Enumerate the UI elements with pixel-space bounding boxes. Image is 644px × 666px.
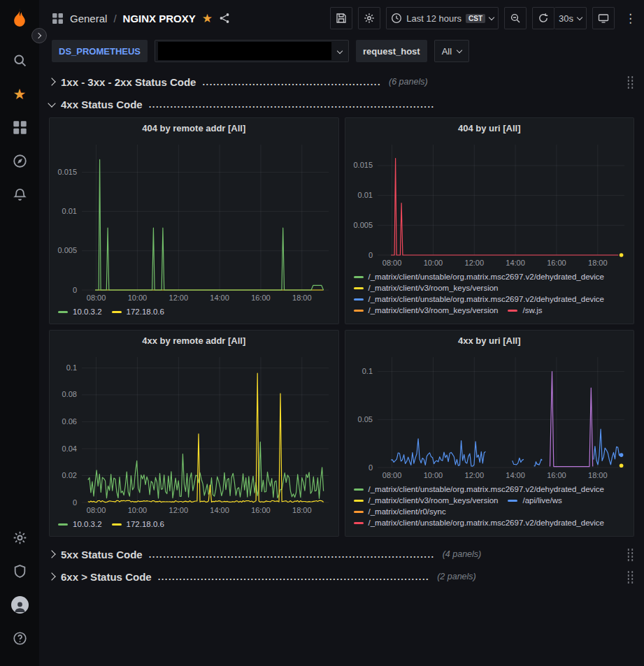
svg-text:0.02: 0.02 bbox=[62, 471, 77, 479]
time-series-chart[interactable]: 00.020.040.060.080.108:0010:0012:0014:00… bbox=[50, 350, 338, 519]
svg-text:16:00: 16:00 bbox=[251, 294, 271, 302]
svg-text:10:00: 10:00 bbox=[423, 259, 443, 267]
legend-swatch bbox=[354, 511, 364, 513]
time-series-chart[interactable]: 00.050.108:0010:0012:0014:0016:0018:00 bbox=[345, 350, 634, 484]
svg-text:0.01: 0.01 bbox=[357, 191, 372, 199]
legend-item[interactable]: 10.0.3.2 bbox=[58, 520, 102, 528]
breadcrumb-dashboard-title[interactable]: NGINX PROXY bbox=[123, 13, 196, 24]
legend-swatch bbox=[354, 276, 364, 278]
grafana-logo-icon[interactable] bbox=[8, 7, 31, 31]
legend-label: /_matrix/client/unstable/org.matrix.msc2… bbox=[368, 295, 605, 303]
breadcrumb-section[interactable]: General bbox=[70, 13, 107, 24]
svg-text:18:00: 18:00 bbox=[292, 506, 312, 514]
svg-text:16:00: 16:00 bbox=[251, 506, 271, 514]
svg-text:12:00: 12:00 bbox=[464, 259, 484, 267]
settings-gear-icon[interactable] bbox=[6, 523, 34, 551]
legend-item[interactable]: /api/live/ws bbox=[508, 496, 561, 505]
alerting-bell-icon[interactable] bbox=[6, 180, 34, 208]
svg-text:0.01: 0.01 bbox=[62, 207, 77, 215]
time-series-chart[interactable]: 00.0050.010.01508:0010:0012:0014:0016:00… bbox=[345, 138, 634, 271]
row-panel-count: (4 panels) bbox=[443, 549, 482, 559]
svg-text:0.06: 0.06 bbox=[62, 417, 77, 426]
row-1xx-3xx-2xx[interactable]: 1xx - 3xx - 2xx Status Code ............… bbox=[49, 71, 634, 92]
zoom-out-button[interactable] bbox=[504, 7, 527, 29]
user-avatar[interactable] bbox=[6, 591, 34, 618]
panel-title[interactable]: 404 by uri [All] bbox=[345, 118, 634, 138]
panel-404-by-uri: 404 by uri [All] 00.0050.010.01508:0010:… bbox=[345, 117, 635, 324]
tv-mode-button[interactable] bbox=[592, 7, 615, 29]
dashboards-icon[interactable] bbox=[6, 113, 34, 141]
panel-title[interactable]: 4xx by uri [All] bbox=[345, 331, 634, 350]
legend-item[interactable]: /_matrix/client/unstable/org.matrix.msc2… bbox=[354, 295, 605, 303]
dashboard-settings-button[interactable] bbox=[358, 7, 380, 29]
legend-item[interactable]: /sw.js bbox=[508, 306, 542, 314]
panel-title[interactable]: 4xx by remote addr [All] bbox=[50, 331, 338, 350]
legend-swatch bbox=[112, 311, 122, 313]
svg-text:0: 0 bbox=[73, 286, 77, 294]
security-shield-icon[interactable] bbox=[6, 557, 34, 585]
row-title: 1xx - 3xx - 2xx Status Code bbox=[61, 76, 196, 88]
svg-text:0.1: 0.1 bbox=[66, 363, 77, 372]
time-series-chart[interactable]: 00.0050.010.01508:0010:0012:0014:0016:00… bbox=[50, 138, 338, 306]
chevron-down-icon bbox=[48, 99, 55, 107]
svg-text:14:00: 14:00 bbox=[210, 294, 229, 302]
svg-text:0.005: 0.005 bbox=[353, 221, 373, 229]
apps-grid-icon[interactable] bbox=[52, 13, 64, 24]
save-dashboard-button[interactable] bbox=[330, 7, 352, 29]
row-drag-handle[interactable] bbox=[627, 570, 634, 584]
row-dots: ........................................… bbox=[149, 549, 435, 560]
legend-swatch bbox=[354, 488, 364, 491]
refresh-button[interactable] bbox=[532, 7, 554, 29]
datasource-variable-value[interactable] bbox=[155, 40, 349, 62]
explore-compass-icon[interactable] bbox=[6, 147, 34, 175]
row-title: 4xx Status Code bbox=[61, 99, 143, 110]
legend-label: /_matrix/client/v3/room_keys/version bbox=[368, 496, 499, 505]
more-options-icon[interactable]: ⋮ bbox=[620, 10, 634, 27]
svg-text:08:00: 08:00 bbox=[382, 471, 401, 479]
svg-text:14:00: 14:00 bbox=[210, 506, 229, 514]
refresh-interval-label: 30s bbox=[559, 13, 573, 24]
panel-legend: /_matrix/client/unstable/org.matrix.msc2… bbox=[345, 484, 634, 537]
svg-text:0.015: 0.015 bbox=[57, 168, 77, 176]
panel-legend: 10.0.3.2172.18.0.6 bbox=[50, 519, 338, 537]
row-4xx[interactable]: 4xx Status Code ........................… bbox=[49, 94, 634, 115]
sidebar-expand-button[interactable] bbox=[31, 28, 47, 43]
legend-item[interactable]: /_matrix/client/v3/room_keys/version bbox=[354, 496, 499, 505]
request-host-variable-value[interactable]: All bbox=[434, 40, 469, 62]
svg-text:0.04: 0.04 bbox=[62, 444, 77, 453]
request-host-selected: All bbox=[442, 46, 452, 57]
dashboard-toolbar: General / NGINX PROXY ★ Last 12 hours CS… bbox=[39, 0, 644, 36]
favorite-star-icon[interactable]: ★ bbox=[202, 13, 213, 24]
legend-item[interactable]: 10.0.3.2 bbox=[58, 307, 102, 316]
breadcrumb-separator: / bbox=[113, 13, 116, 24]
legend-item[interactable]: /_matrix/client/v3/room_keys/version bbox=[354, 284, 499, 292]
share-icon[interactable] bbox=[219, 13, 230, 24]
time-range-picker[interactable]: Last 12 hours CST bbox=[386, 7, 499, 29]
chevron-right-icon bbox=[48, 572, 55, 580]
chevron-right-icon bbox=[48, 550, 55, 558]
legend-item[interactable]: /_matrix/client/v3/room_keys/version bbox=[354, 306, 499, 314]
datasource-variable-label[interactable]: DS_PROMETHEUS bbox=[52, 40, 148, 62]
help-icon[interactable] bbox=[6, 624, 34, 652]
starred-dashboards-icon[interactable]: ★ bbox=[6, 80, 34, 108]
row-6xx[interactable]: 6xx > Status Code ......................… bbox=[49, 566, 634, 587]
row-drag-handle[interactable] bbox=[627, 548, 634, 561]
row-5xx[interactable]: 5xx Status Code ........................… bbox=[49, 544, 634, 565]
chevron-down-icon bbox=[577, 14, 582, 20]
legend-item[interactable]: /_matrix/client/unstable/org.matrix.msc2… bbox=[354, 273, 605, 281]
legend-item[interactable]: /_matrix/client/unstable/org.matrix.msc2… bbox=[354, 485, 605, 493]
request-host-variable-label[interactable]: request_host bbox=[356, 40, 427, 62]
panel-title[interactable]: 404 by remote addr [All] bbox=[50, 118, 338, 138]
search-icon[interactable] bbox=[6, 46, 34, 74]
row-drag-handle[interactable] bbox=[627, 75, 634, 89]
svg-text:0: 0 bbox=[368, 251, 372, 259]
legend-item[interactable]: 172.18.0.6 bbox=[112, 520, 164, 528]
row-panel-count: (2 panels) bbox=[437, 572, 476, 581]
legend-item[interactable]: /_matrix/client/unstable/org.matrix.msc2… bbox=[354, 519, 605, 527]
legend-item[interactable]: /_matrix/client/r0/sync bbox=[354, 507, 446, 516]
legend-item[interactable]: 172.18.0.6 bbox=[112, 307, 164, 316]
time-range-label: Last 12 hours bbox=[406, 13, 461, 24]
refresh-interval-picker[interactable]: 30s bbox=[554, 7, 587, 29]
chevron-down-icon bbox=[489, 14, 494, 20]
legend-label: /_matrix/client/unstable/org.matrix.msc2… bbox=[368, 273, 605, 281]
